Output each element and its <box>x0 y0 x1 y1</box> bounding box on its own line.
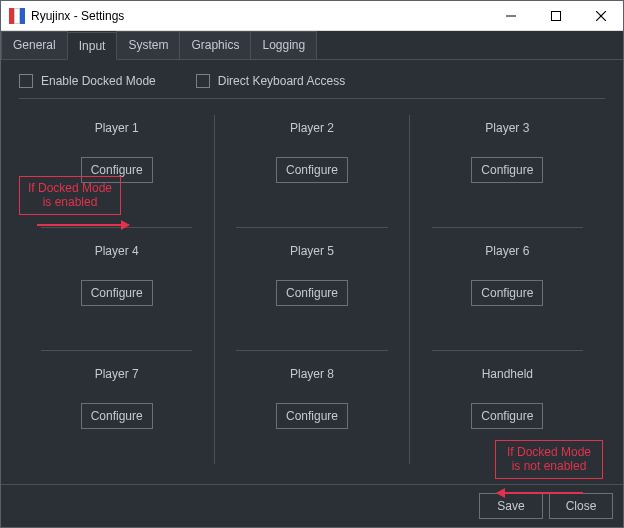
player-label: Player 6 <box>485 244 529 258</box>
maximize-button[interactable] <box>533 1 578 30</box>
checkbox-icon <box>19 74 33 88</box>
configure-player-8-button[interactable]: Configure <box>276 403 348 429</box>
player-label: Player 5 <box>290 244 334 258</box>
configure-player-5-button[interactable]: Configure <box>276 280 348 306</box>
footer: Save Close <box>1 484 623 527</box>
configure-player-7-button[interactable]: Configure <box>81 403 153 429</box>
checkbox-label: Direct Keyboard Access <box>218 74 345 88</box>
tab-bar: General Input System Graphics Logging <box>1 31 623 60</box>
checkbox-row: Enable Docked Mode Direct Keyboard Acces… <box>19 74 605 88</box>
tab-system[interactable]: System <box>116 31 180 59</box>
player-5-cell: Player 5 Configure <box>214 228 409 351</box>
save-button[interactable]: Save <box>479 493 543 519</box>
settings-window: Ryujinx - Settings General Input System … <box>0 0 624 528</box>
close-window-button[interactable] <box>578 1 623 30</box>
window-title: Ryujinx - Settings <box>31 9 124 23</box>
player-6-cell: Player 6 Configure <box>410 228 605 351</box>
minimize-button[interactable] <box>488 1 533 30</box>
divider <box>19 98 605 99</box>
player-label: Player 4 <box>95 244 139 258</box>
tab-general[interactable]: General <box>1 31 68 59</box>
annotation-arrow-icon <box>37 224 129 226</box>
close-button[interactable]: Close <box>549 493 613 519</box>
enable-docked-mode-checkbox[interactable]: Enable Docked Mode <box>19 74 156 88</box>
annotation-docked-off: If Docked Modeis not enabled <box>495 440 603 479</box>
player-label: Handheld <box>482 367 533 381</box>
player-label: Player 1 <box>95 121 139 135</box>
player-label: Player 2 <box>290 121 334 135</box>
player-label: Player 8 <box>290 367 334 381</box>
player-8-cell: Player 8 Configure <box>214 351 409 474</box>
input-tab-content: Enable Docked Mode Direct Keyboard Acces… <box>1 60 623 484</box>
player-label: Player 7 <box>95 367 139 381</box>
player-7-cell: Player 7 Configure <box>19 351 214 474</box>
checkbox-label: Enable Docked Mode <box>41 74 156 88</box>
tab-graphics[interactable]: Graphics <box>179 31 251 59</box>
checkbox-icon <box>196 74 210 88</box>
configure-player-2-button[interactable]: Configure <box>276 157 348 183</box>
configure-player-4-button[interactable]: Configure <box>81 280 153 306</box>
configure-player-6-button[interactable]: Configure <box>471 280 543 306</box>
titlebar: Ryujinx - Settings <box>1 1 623 31</box>
player-2-cell: Player 2 Configure <box>214 105 409 228</box>
direct-keyboard-access-checkbox[interactable]: Direct Keyboard Access <box>196 74 345 88</box>
svg-rect-1 <box>551 11 560 20</box>
player-label: Player 3 <box>485 121 529 135</box>
configure-handheld-button[interactable]: Configure <box>471 403 543 429</box>
player-4-cell: Player 4 Configure <box>19 228 214 351</box>
tab-logging[interactable]: Logging <box>250 31 317 59</box>
annotation-docked-on: If Docked Modeis enabled <box>19 176 121 215</box>
tab-input[interactable]: Input <box>67 32 118 60</box>
configure-player-3-button[interactable]: Configure <box>471 157 543 183</box>
player-3-cell: Player 3 Configure <box>410 105 605 228</box>
annotation-arrow-icon <box>497 492 583 494</box>
players-grid: Player 1 Configure Player 2 Configure Pl… <box>19 105 605 474</box>
app-icon <box>9 8 25 24</box>
